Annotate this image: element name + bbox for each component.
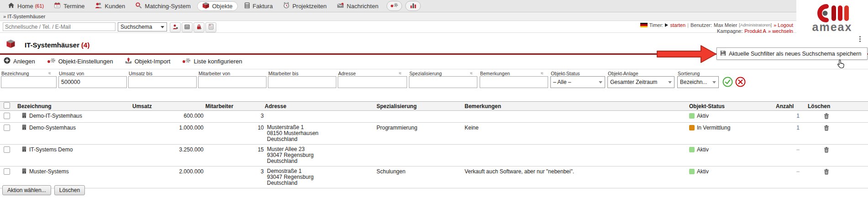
bemerkungen-value: Verkauft auch Software, aber nur "nebenb… [465, 167, 689, 188]
nav-item-objekte[interactable]: Objekte [197, 1, 238, 11]
action-select[interactable]: Aktion wählen... [2, 185, 51, 195]
nav-item-termine[interactable]: 31 Termine [49, 0, 89, 12]
nav-item-projektzeiten[interactable]: Projektzeiten [278, 0, 332, 12]
table-header-row: Bezeichnung Umsatz Mitarbeiter Adresse S… [0, 102, 868, 111]
liste-konfigurieren-button[interactable]: Liste konfigurieren [182, 57, 242, 65]
select-all-checkbox[interactable] [4, 102, 10, 109]
x-circle-icon [735, 77, 746, 87]
filter-input-mitarbeiter-bis[interactable] [268, 76, 336, 88]
row-checkbox[interactable] [4, 113, 10, 119]
action-toolbar: Anlegen Objekt-Einstellungen Objekt-Impo… [4, 56, 242, 66]
page-title-text: IT-Systemhäuser [25, 41, 79, 49]
german-flag-icon[interactable] [640, 23, 648, 27]
filter-select-objekt-status[interactable]: – Alle – [550, 76, 605, 88]
card-reader-button[interactable] [182, 22, 193, 32]
toolbar-divider [0, 69, 868, 69]
save-search-schema-menu-item[interactable]: Aktuelle Suchfilter als neues Suchschema… [716, 47, 868, 60]
row-checkbox[interactable] [4, 125, 10, 131]
filter-label-umsatz-von: Umsatz von [59, 71, 84, 76]
timer-start-link[interactable]: starten [670, 22, 685, 28]
campaign-name[interactable]: Produkt A [744, 28, 766, 34]
brand-name: ameax [812, 23, 852, 31]
filter-input-umsatz-bis[interactable] [128, 76, 197, 88]
col-header-loeschen[interactable]: Löschen [808, 102, 868, 111]
alarm-clock-icon [283, 2, 290, 10]
filter-select-objekt-anlage[interactable]: Gesamter Zeitraum [607, 76, 675, 88]
filter-input-adresse[interactable] [338, 76, 407, 88]
selected-value: Gesamter Zeitraum [610, 79, 657, 85]
nav-quick-settings-button[interactable] [387, 1, 402, 11]
row-checkbox[interactable] [4, 146, 10, 153]
nav-label: Home [17, 3, 33, 10]
objekt-einstellungen-button[interactable]: Objekt-Einstellungen [47, 57, 113, 65]
col-header-anzahl[interactable]: Anzahl [776, 102, 808, 111]
users-icon [95, 2, 102, 10]
nav-item-faktura[interactable]: Faktura [239, 0, 278, 12]
chevron-down-icon [599, 81, 602, 83]
col-header-objekt-status[interactable]: Objekt-Status [689, 102, 776, 111]
apply-filter-button[interactable] [722, 77, 733, 89]
clear-filter-button[interactable] [735, 77, 746, 89]
user-name[interactable]: Max Meier [714, 22, 737, 28]
status-color-square [689, 113, 695, 119]
nav-label: Faktura [253, 3, 273, 10]
object-link[interactable]: IT-Systems Demo [22, 146, 132, 153]
filter-input-bezeichnung[interactable] [1, 76, 57, 88]
security-button[interactable] [193, 22, 204, 32]
row-checkbox[interactable] [4, 168, 10, 175]
user-label: Benutzer: [690, 22, 712, 28]
anzahl-value[interactable]: 1 [776, 123, 808, 145]
col-header-adresse[interactable]: Adresse [265, 102, 376, 111]
delete-row-button[interactable] [824, 170, 829, 176]
approx-operator: ≈ [48, 71, 51, 76]
col-header-bezeichnung[interactable]: Bezeichnung [17, 102, 132, 111]
menu-item-label: Aktuelle Suchfilter als neues Suchschema… [729, 51, 861, 57]
object-link[interactable]: Muster-Systems [22, 168, 132, 175]
col-header-bemerkungen[interactable]: Bemerkungen [465, 102, 689, 111]
table-row: Demo-Systemhaus 1.000.000 10 Musterstraß… [0, 123, 868, 145]
check-circle-icon [722, 77, 733, 87]
nav-statistics-button[interactable] [405, 1, 421, 11]
object-link[interactable]: Demo-Systemhaus [22, 125, 132, 131]
search-schema-select[interactable]: Suchschema [118, 22, 167, 31]
col-header-umsatz[interactable]: Umsatz [132, 102, 205, 111]
filter-label-mitarbeiter-von: Mitarbeiter von [199, 71, 230, 76]
timer-label: Timer: [649, 22, 664, 28]
mitarbeiter-value: 3 [205, 167, 265, 188]
adresse-value: Musterstraße 1 08150 Musterhausen Deutsc… [265, 123, 376, 145]
nav-label: Objekte [212, 3, 233, 10]
object-name: IT-Systems Demo [29, 146, 73, 153]
objekt-import-button[interactable]: Objekt-Import [125, 57, 171, 65]
nav-item-matching-system[interactable]: Matching-System [130, 0, 195, 12]
breadcrumb[interactable]: » IT-Systemhäuser [3, 14, 45, 19]
delete-row-button[interactable] [824, 114, 829, 120]
nav-item-nachrichten[interactable]: Nachrichten [332, 0, 383, 12]
nav-item-home[interactable]: Home (61) [3, 0, 49, 12]
selected-value: Suchschema [120, 24, 152, 30]
col-header-mitarbeiter[interactable]: Mitarbeiter [205, 102, 265, 111]
filter-input-spezialisierung[interactable] [409, 76, 477, 88]
quick-search-input[interactable] [3, 22, 115, 31]
filter-input-umsatz-von[interactable] [58, 76, 127, 88]
trash-icon [824, 113, 829, 119]
toolbar-label: Liste konfigurieren [193, 58, 242, 65]
object-link[interactable]: Demo-IT-Systemhaus [22, 113, 132, 119]
person-add-icon [173, 23, 178, 31]
logout-link[interactable]: » Logout [774, 22, 793, 28]
anzahl-value[interactable]: 1 [776, 111, 808, 123]
new-contact-button[interactable] [170, 22, 181, 32]
report-button[interactable] [205, 22, 216, 32]
table-row: Muster-Systems 2.000.000 3 Demostraße 1 … [0, 167, 868, 188]
more-options-kebab-icon[interactable] [858, 35, 862, 43]
table-row: IT-Systems Demo 3.250.000 15 Muster Alle… [0, 145, 868, 167]
anlegen-button[interactable]: Anlegen [4, 57, 35, 65]
col-header-spezialisierung[interactable]: Spezialisierung [376, 102, 465, 111]
delete-selected-button[interactable]: Löschen [54, 185, 85, 195]
campaign-switch-link[interactable]: » wechseln [768, 28, 793, 34]
filter-input-mitarbeiter-von[interactable] [198, 76, 267, 88]
filter-select-sortierung[interactable]: Bezeichn... [677, 76, 719, 88]
nav-item-kunden[interactable]: Kunden [90, 0, 131, 12]
delete-row-button[interactable] [824, 126, 829, 132]
delete-row-button[interactable] [824, 148, 829, 154]
filter-input-bemerkungen[interactable] [480, 76, 548, 88]
